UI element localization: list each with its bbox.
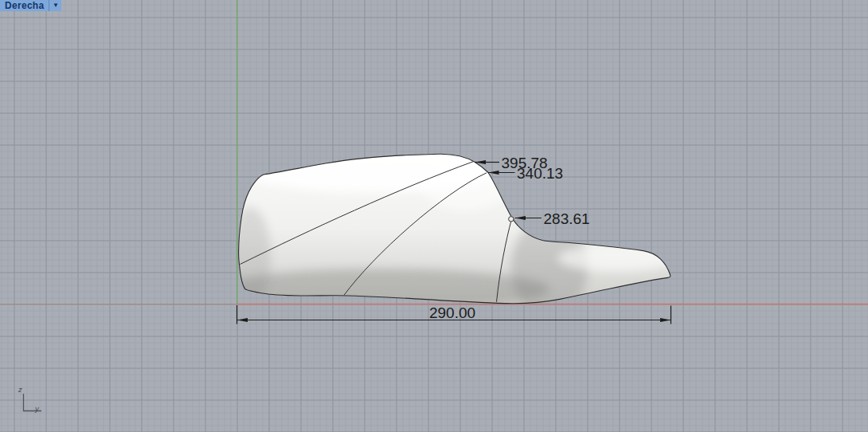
viewport-title-bar: Derecha ▼ — [0, 0, 61, 11]
curve-endpoint-marker[interactable] — [509, 217, 514, 222]
axis-gizmo: z y — [18, 385, 41, 413]
leader-text-283[interactable]: 283.61 — [544, 210, 590, 227]
leader-dimension-340[interactable]: 340.13 — [488, 165, 563, 182]
shoe-last-model[interactable] — [215, 145, 677, 316]
linear-dimension-290[interactable]: 290.00 — [237, 304, 671, 324]
viewport-title[interactable]: Derecha — [0, 0, 49, 11]
gizmo-y-label: y — [34, 404, 40, 413]
leader-dimension-283[interactable]: 283.61 — [515, 210, 590, 227]
dimension-arrow-left-icon — [237, 318, 248, 322]
leader-arrow-icon — [515, 216, 526, 220]
gizmo-z-label: z — [18, 385, 22, 394]
leader-arrow-icon — [488, 171, 499, 175]
rhino-viewport-window: 395.78 340.13 283.61 290.00 — [0, 0, 868, 432]
dimension-text-290[interactable]: 290.00 — [429, 304, 475, 321]
viewport-canvas[interactable]: 395.78 340.13 283.61 290.00 — [0, 0, 868, 432]
dimension-arrow-right-icon — [660, 318, 671, 322]
leader-text-340[interactable]: 340.13 — [517, 165, 563, 182]
viewport-menu-chevron-down-icon[interactable]: ▼ — [49, 0, 61, 11]
viewport-drawing: 395.78 340.13 283.61 290.00 — [0, 0, 868, 432]
